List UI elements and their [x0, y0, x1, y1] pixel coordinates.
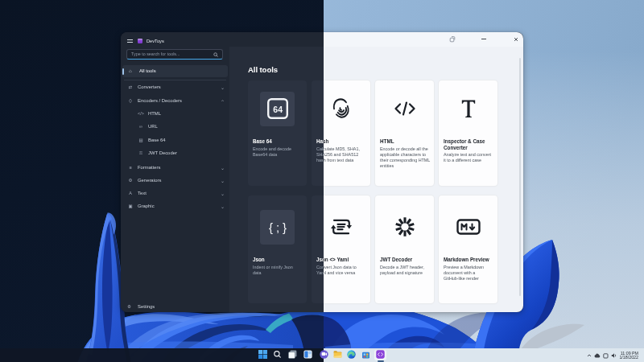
- svg-text:{;}: {;}: [268, 220, 286, 234]
- svg-text:64: 64: [273, 105, 283, 114]
